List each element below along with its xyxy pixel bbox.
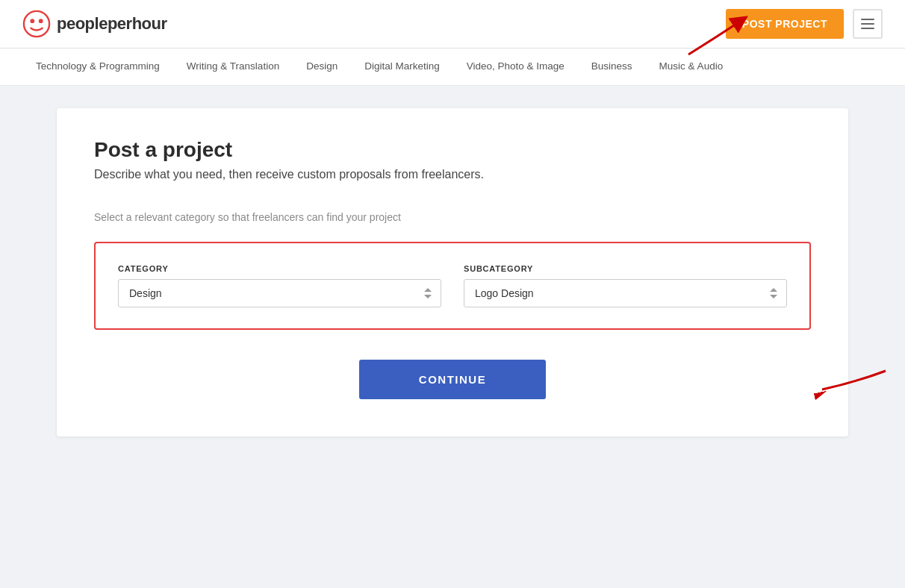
main-content: Post a project Describe what you need, t… bbox=[42, 108, 863, 437]
subcategory-label: SUBCATEGORY bbox=[464, 264, 787, 273]
svg-point-1 bbox=[30, 19, 34, 23]
nav-item-design[interactable]: Design bbox=[293, 49, 351, 86]
page-subtitle: Describe what you need, then receive cus… bbox=[94, 168, 811, 181]
continue-button[interactable]: CONTINUE bbox=[359, 360, 546, 399]
nav-item-technology[interactable]: Technology & Programming bbox=[22, 49, 173, 86]
continue-arrow bbox=[811, 367, 893, 408]
category-field-group: CATEGORY Technology & Programming Writin… bbox=[118, 264, 441, 307]
category-label: CATEGORY bbox=[118, 264, 441, 273]
menu-icon-button[interactable] bbox=[853, 9, 883, 39]
nav-item-business[interactable]: Business bbox=[578, 49, 646, 86]
category-selection-box: CATEGORY Technology & Programming Writin… bbox=[94, 242, 811, 330]
nav-item-music[interactable]: Music & Audio bbox=[646, 49, 737, 86]
svg-rect-3 bbox=[861, 19, 874, 20]
svg-rect-4 bbox=[861, 23, 874, 25]
subcategory-select[interactable]: Logo Design Web Design Graphic Design UI… bbox=[464, 279, 787, 307]
section-label: Select a relevant category so that freel… bbox=[94, 211, 811, 223]
nav-item-digital-marketing[interactable]: Digital Marketing bbox=[351, 49, 453, 86]
post-project-card: Post a project Describe what you need, t… bbox=[57, 108, 848, 437]
header: peopleperhour POST PROJECT bbox=[0, 0, 905, 49]
header-right: POST PROJECT bbox=[726, 9, 883, 39]
post-project-button[interactable]: POST PROJECT bbox=[726, 9, 844, 39]
continue-area: CONTINUE bbox=[94, 360, 811, 399]
svg-rect-5 bbox=[861, 28, 874, 29]
category-select[interactable]: Technology & Programming Writing & Trans… bbox=[118, 279, 441, 307]
navigation: Technology & Programming Writing & Trans… bbox=[0, 49, 905, 86]
logo-icon bbox=[22, 10, 51, 38]
logo[interactable]: peopleperhour bbox=[22, 10, 167, 38]
nav-item-writing[interactable]: Writing & Translation bbox=[173, 49, 293, 86]
page-title: Post a project bbox=[94, 138, 811, 162]
svg-point-0 bbox=[24, 11, 49, 37]
nav-item-video[interactable]: Video, Photo & Image bbox=[453, 49, 578, 86]
menu-icon bbox=[861, 19, 874, 29]
svg-point-2 bbox=[39, 19, 43, 23]
subcategory-field-group: SUBCATEGORY Logo Design Web Design Graph… bbox=[464, 264, 787, 307]
logo-text: peopleperhour bbox=[57, 14, 167, 34]
